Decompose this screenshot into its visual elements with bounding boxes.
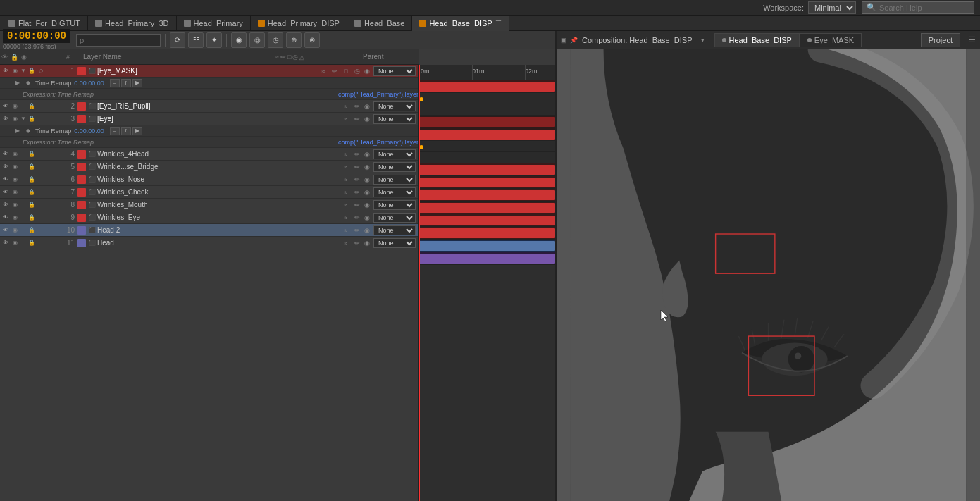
- expr-btn-eq[interactable]: =: [110, 79, 120, 87]
- track-row-10[interactable]: [419, 240, 555, 252]
- shy-icon[interactable]: ≈: [341, 175, 351, 185]
- tool-btn-8[interactable]: ⊗: [304, 32, 320, 48]
- timeline-tracks[interactable]: 0m 01m 02m: [419, 65, 555, 501]
- solo-btn[interactable]: ◉: [11, 163, 19, 171]
- comp-tab-head-base-disp[interactable]: Head_Base_DISP: [714, 33, 800, 47]
- tool-btn-3[interactable]: ✦: [206, 32, 222, 48]
- track-row-3[interactable]: [419, 128, 555, 141]
- lock-btn[interactable]: 🔒: [27, 163, 36, 171]
- layer-row[interactable]: 👁 ◉ ▶ 🔒 2 ⬛ [Eye_IRIS_Pupil] ≈ ✏: [0, 100, 418, 113]
- eye-btn[interactable]: 👁: [1, 102, 10, 111]
- tool-btn-6[interactable]: ◷: [268, 32, 283, 48]
- track-row-4[interactable]: [419, 163, 555, 176]
- tab-head-primary[interactable]: Head_Primary: [177, 16, 251, 31]
- lock-btn[interactable]: 🔒: [27, 214, 36, 222]
- tool-btn-1[interactable]: ⟳: [170, 32, 185, 48]
- lock-btn[interactable]: 🔒: [27, 102, 36, 111]
- eye-btn[interactable]: 👁: [1, 214, 10, 222]
- layer-row[interactable]: 👁 ◉ ▶ 🔒 6 ⬛ Wrinkles_Nose ≈ ✏: [0, 173, 418, 186]
- eye-btn[interactable]: 👁: [1, 226, 10, 235]
- layer-row[interactable]: 👁 ◉ ▶ 🔒 11 ⬛ Head ≈ ✏: [0, 237, 418, 249]
- search-help-input[interactable]: [879, 4, 969, 12]
- track-row-6[interactable]: [419, 189, 555, 202]
- timeline-ruler[interactable]: 0m 01m 02m: [419, 65, 555, 80]
- parent-select[interactable]: None: [373, 200, 416, 210]
- layer-row[interactable]: 👁 ◉ ▶ 🔒 9 ⬛ Wrinkles_Eye ≈ ✏: [0, 211, 418, 224]
- expand-btn[interactable]: ▼: [20, 68, 27, 75]
- workspace-select[interactable]: Minimal: [808, 1, 856, 14]
- shy-icon[interactable]: ≈: [341, 187, 351, 197]
- lock-btn[interactable]: 🔒: [27, 226, 36, 235]
- tool-btn-5[interactable]: ◎: [249, 32, 265, 48]
- track-row-2[interactable]: [419, 116, 555, 128]
- pencil-icon[interactable]: ✏: [330, 66, 340, 76]
- shy-icon[interactable]: ≈: [341, 238, 351, 248]
- track-row-1[interactable]: [419, 80, 555, 93]
- expand-btn[interactable]: ▼: [20, 116, 27, 123]
- parent-select[interactable]: None: [373, 162, 416, 172]
- eye-btn[interactable]: 👁: [1, 115, 10, 123]
- expand-btn[interactable]: ▶: [14, 80, 21, 87]
- lock-btn[interactable]: 🔒: [27, 201, 36, 209]
- expr-btn-fn[interactable]: f: [121, 79, 131, 87]
- lock-btn[interactable]: 🔒: [27, 115, 36, 123]
- lock-btn[interactable]: 🔒: [27, 239, 36, 247]
- tab-menu-icon[interactable]: ☰: [495, 19, 502, 27]
- layer-row[interactable]: 👁 ◉ ▶ 🔒 8 ⬛ Wrinkles_Mouth ≈ ✏: [0, 199, 418, 211]
- lock-btn[interactable]: 🔒: [27, 188, 36, 197]
- solo-btn[interactable]: ◉: [11, 239, 19, 247]
- panel-menu-icon[interactable]: ☰: [969, 35, 976, 44]
- tab-head-base-disp[interactable]: Head_Base_DISP ☰: [412, 16, 509, 31]
- pencil-icon[interactable]: ✏: [352, 200, 362, 210]
- parent-select[interactable]: None: [373, 66, 416, 76]
- search-help-box[interactable]: 🔍: [862, 1, 974, 14]
- parent-select[interactable]: None: [373, 225, 416, 235]
- parent-select[interactable]: None: [373, 114, 416, 124]
- tab-head-base[interactable]: Head_Base: [347, 16, 413, 31]
- track-row-9[interactable]: [419, 227, 555, 240]
- canvas-area[interactable]: [557, 49, 980, 501]
- shy-icon[interactable]: ≈: [341, 162, 351, 172]
- pencil-icon[interactable]: ✏: [352, 225, 362, 235]
- eye-btn[interactable]: 👁: [1, 163, 10, 171]
- tab-head-primary-disp[interactable]: Head_Primary_DISP: [251, 16, 347, 31]
- solo-btn[interactable]: ◉: [11, 214, 19, 222]
- parent-select[interactable]: None: [373, 101, 416, 111]
- shy-icon[interactable]: ≈: [341, 200, 351, 210]
- eye-btn[interactable]: 👁: [1, 201, 10, 209]
- tool-btn-4[interactable]: ◉: [231, 32, 247, 48]
- shy-icon[interactable]: ≈: [341, 225, 351, 235]
- pencil-icon[interactable]: ✏: [352, 238, 362, 248]
- eye-btn[interactable]: 👁: [1, 150, 10, 159]
- timeline-search[interactable]: [76, 34, 161, 47]
- solo-btn[interactable]: ◉: [11, 201, 19, 209]
- lock-btn[interactable]: 🔒: [27, 67, 36, 75]
- pencil-icon[interactable]: ✏: [352, 149, 362, 159]
- parent-select[interactable]: None: [373, 175, 416, 185]
- expr-btn-play[interactable]: ▶: [132, 79, 142, 87]
- track-row-11[interactable]: [419, 252, 555, 265]
- solo-btn[interactable]: ◉: [11, 226, 19, 235]
- solo-btn[interactable]: ◉: [11, 67, 19, 75]
- lock-btn[interactable]: 🔒: [27, 175, 36, 184]
- eye-btn[interactable]: 👁: [1, 175, 10, 184]
- parent-select[interactable]: None: [373, 238, 416, 248]
- eye-btn[interactable]: 👁: [1, 67, 10, 75]
- eye-btn[interactable]: 👁: [1, 188, 10, 197]
- lock-btn[interactable]: 🔒: [27, 150, 36, 159]
- tab-head-primary-3d[interactable]: Head_Primary_3D: [88, 16, 176, 31]
- comp-tab-eye-mask[interactable]: Eye_MASK: [800, 33, 862, 47]
- layer-row[interactable]: 👁 ◉ ▼ 🔒 ◇ 1 ⬛ [Eye_MASK] ≈ ✏: [0, 65, 418, 78]
- track-row-5[interactable]: [419, 176, 555, 189]
- shy-icon[interactable]: ≈: [341, 101, 351, 111]
- expr-btn-eq[interactable]: =: [110, 127, 120, 135]
- comp-dropdown-icon[interactable]: ▾: [701, 37, 705, 44]
- pencil-icon[interactable]: ✏: [352, 101, 362, 111]
- solo-btn[interactable]: ◉: [11, 175, 19, 184]
- shy-icon[interactable]: ≈: [341, 114, 351, 124]
- expr-btn-fn[interactable]: f: [121, 127, 131, 135]
- time-display[interactable]: 0:00:00:00: [3, 29, 70, 43]
- pencil-icon[interactable]: ✏: [352, 162, 362, 172]
- parent-select[interactable]: None: [373, 187, 416, 197]
- pencil-icon[interactable]: ✏: [352, 114, 362, 124]
